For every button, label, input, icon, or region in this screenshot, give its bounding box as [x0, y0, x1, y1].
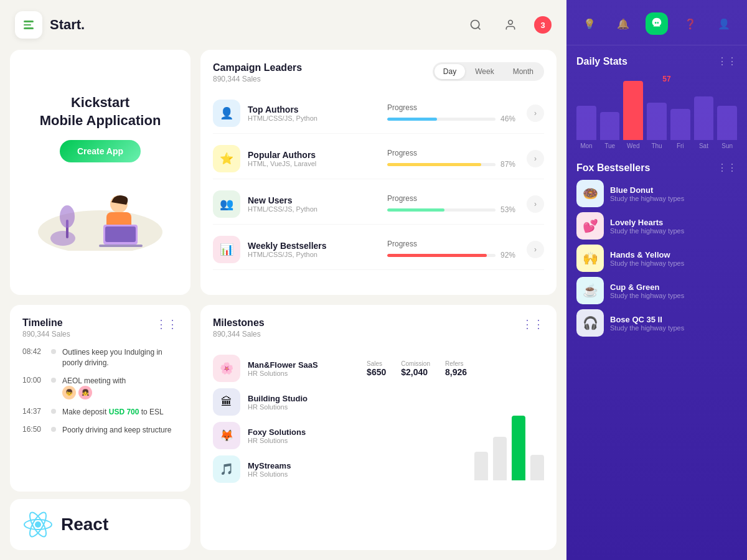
milestones-title: Milestones: [213, 317, 265, 329]
daily-stats-menu[interactable]: ⋮⋮: [717, 55, 737, 67]
ms-stats: Sales $650 Comission $2,040 Refers 8,926: [367, 360, 467, 377]
campaign-name: Popular Authors: [248, 150, 380, 160]
header-left: Start.: [15, 11, 85, 39]
chevron-button[interactable]: ›: [527, 241, 544, 258]
chart-bar-1: [474, 452, 488, 480]
sidebar-nav-icon-3[interactable]: ❓: [679, 12, 702, 35]
notification-badge[interactable]: 3: [534, 16, 552, 34]
bar-label: Sun: [721, 142, 733, 149]
campaign-title: Campaign Leaders: [213, 62, 302, 73]
progress-label: Progress: [387, 240, 519, 248]
ms-icon: 🌸: [213, 355, 240, 382]
tab-month[interactable]: Month: [504, 64, 542, 79]
milestones-card: Milestones 890,344 Sales ⋮⋮ 🌸 Man&Flower…: [200, 305, 557, 550]
product-name: Bose QC 35 II: [610, 315, 737, 324]
product-item: ☕ Cup & Green Study the highway types: [576, 277, 737, 304]
timeline-item: 08:42 Outlines keep you Indulging in poo…: [22, 347, 178, 368]
ms-icon: 🏛: [213, 388, 240, 416]
product-name: Blue Donut: [610, 185, 737, 195]
fox-menu[interactable]: ⋮⋮: [717, 162, 737, 174]
timeline-header: Timeline 890,344 Sales ⋮⋮: [22, 317, 178, 338]
create-app-button[interactable]: Create App: [60, 140, 141, 162]
progress-pct: 46%: [500, 114, 519, 123]
progress-label: Progress: [387, 194, 519, 203]
product-info: Bose QC 35 II Study the highway types: [610, 315, 737, 332]
progress-fill: [387, 118, 437, 121]
chart-bar: [647, 103, 667, 140]
svg-point-0: [471, 21, 479, 29]
progress-pct: 92%: [500, 251, 519, 259]
avatar-group: 👦👧: [62, 386, 126, 399]
bar-label: Fri: [677, 142, 684, 149]
ms-icon: 🦊: [213, 422, 240, 449]
bar-column: Sun: [717, 106, 737, 149]
progress-fill: [387, 208, 444, 212]
bar-column: Sat: [694, 96, 714, 149]
logo-icon: [24, 21, 34, 29]
timeline-time: 14:37: [22, 407, 45, 416]
sidebar-nav-icon-4[interactable]: 👤: [713, 12, 735, 35]
svg-line-1: [478, 27, 481, 30]
bar-label: Wed: [627, 142, 639, 149]
bar-label: Tue: [604, 142, 615, 149]
chart-bar-3: [512, 416, 525, 480]
ms-sub: HR Solutions: [248, 470, 467, 478]
campaign-icon: 👤: [213, 100, 240, 127]
progress-label: Progress: [387, 149, 519, 157]
fox-title: Fox Bestsellers: [576, 162, 650, 174]
progress-bar-wrap: 87%: [387, 160, 519, 169]
timeline-title-group: Timeline 890,344 Sales: [22, 317, 70, 338]
ms-sub: HR Solutions: [248, 370, 359, 377]
progress-bar: [387, 163, 496, 166]
sidebar-nav-icon-0[interactable]: 💡: [578, 12, 601, 35]
milestones-chart: [474, 347, 544, 483]
sidebar-nav-icon-2[interactable]: [646, 12, 668, 35]
product-info: Lovely Hearts Study the highway types: [610, 218, 737, 235]
milestones-menu-button[interactable]: ⋮⋮: [522, 317, 544, 331]
sidebar-nav: 💡🔔❓👤: [566, 0, 747, 45]
chart-bar: [576, 106, 596, 140]
product-name: Hands & Yellow: [610, 250, 737, 259]
product-info: Blue Donut Study the highway types: [610, 185, 737, 202]
product-sub: Study the highway types: [610, 195, 737, 202]
product-thumb: 🎧: [576, 309, 604, 337]
progress-bar: [387, 254, 496, 257]
chart-bar: [670, 109, 690, 140]
chart-bar: [694, 96, 714, 140]
campaign-row: 📊 Weekly Bestsellers HTML/CSS/JS, Python…: [213, 230, 544, 270]
product-thumb: 🍩: [576, 180, 604, 207]
chart-bar-2: [493, 437, 507, 480]
ms-name: Building Studio: [248, 394, 467, 403]
progress-bar: [387, 118, 496, 121]
tab-day[interactable]: Day: [435, 64, 465, 79]
chevron-button[interactable]: ›: [527, 150, 544, 167]
logo-line-2: [24, 24, 31, 26]
product-info: Cup & Green Study the highway types: [610, 282, 737, 299]
search-icon[interactable]: [464, 14, 487, 36]
tab-group: Day Week Month: [433, 62, 544, 81]
header-right: 3: [464, 14, 552, 36]
product-item: 🙌 Hands & Yellow Study the highway types: [576, 245, 737, 272]
chevron-button[interactable]: ›: [527, 105, 544, 122]
campaign-info: Top Authors HTML/CSS/JS, Python: [248, 105, 380, 122]
campaign-rows: 👤 Top Authors HTML/CSS/JS, Python Progre…: [213, 93, 544, 270]
timeline-time: 10:00: [22, 376, 45, 385]
tab-week[interactable]: Week: [466, 64, 502, 79]
product-thumb: 💕: [576, 212, 604, 240]
bar-column: Mon: [576, 106, 596, 149]
progress-pct: 53%: [500, 205, 519, 214]
bar-column: Wed: [623, 81, 643, 149]
campaign-info: Weekly Bestsellers HTML/CSS/JS, Python: [248, 241, 380, 258]
progress-fill: [387, 254, 487, 257]
ms-icon: 🎵: [213, 455, 240, 483]
user-icon[interactable]: [499, 14, 522, 36]
chart-bar-4: [530, 455, 544, 480]
sidebar-nav-icon-1[interactable]: 🔔: [612, 12, 634, 35]
kickstart-title: KickstartMobile Application: [40, 94, 161, 129]
timeline-menu-button[interactable]: ⋮⋮: [156, 317, 178, 331]
chevron-button[interactable]: ›: [527, 195, 544, 213]
timeline-dot: [51, 349, 56, 354]
ms-stat-commission: Comission $2,040: [401, 360, 430, 377]
timeline-dot: [51, 378, 56, 383]
progress-pct: 87%: [500, 160, 519, 169]
